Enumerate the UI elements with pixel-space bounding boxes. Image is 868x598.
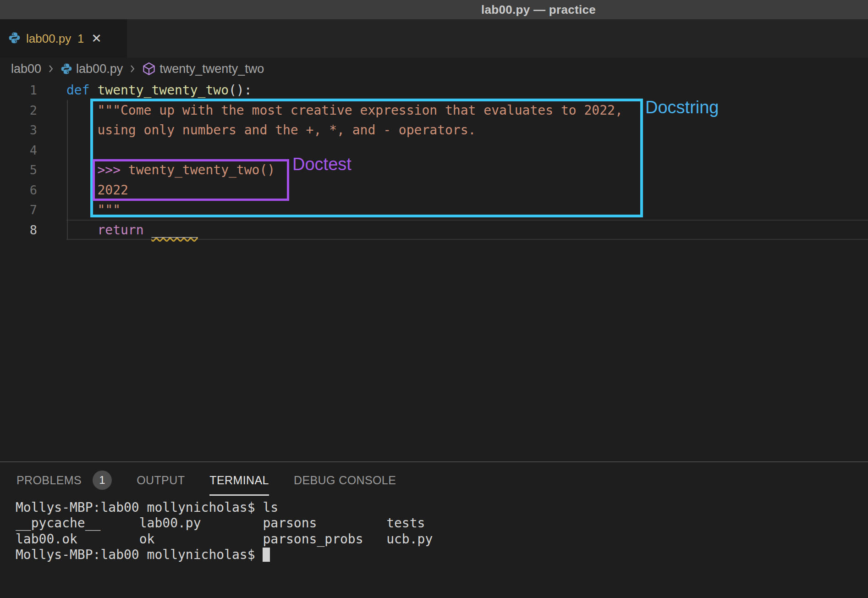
terminal-output[interactable]: Mollys-MBP:lab00 mollynicholas$ ls __pyc… <box>16 500 433 563</box>
panel-tab-bar: PROBLEMS 1 OUTPUT TERMINAL DEBUG CONSOLE <box>0 462 868 498</box>
keyword-def: def <box>66 83 90 98</box>
symbol-namespace-icon <box>142 62 156 76</box>
breadcrumb-file[interactable]: lab00.py <box>76 62 123 76</box>
title-bar: lab00.py — practice <box>0 0 868 19</box>
tab-terminal[interactable]: TERMINAL <box>209 462 269 498</box>
line-number: 6 <box>0 183 37 197</box>
line-number: 7 <box>0 203 37 217</box>
tab-close-icon[interactable]: ✕ <box>91 33 102 45</box>
line-number: 4 <box>0 143 37 157</box>
function-name: twenty_twenty_two <box>90 83 229 98</box>
line-number: 3 <box>0 123 37 137</box>
tab-debug-console-label: DEBUG CONSOLE <box>294 474 396 487</box>
line-number: 1 <box>0 83 37 97</box>
line-number: 2 <box>0 103 37 117</box>
keyword-return: return <box>66 222 151 238</box>
line-number: 5 <box>0 163 37 177</box>
tab-output-label: OUTPUT <box>137 474 185 487</box>
chevron-right-icon <box>46 64 56 74</box>
line-number-active: 8 <box>0 223 37 237</box>
doctest-annotation-label: Doctest <box>292 155 352 174</box>
terminal-line: __pycache__ lab00.py parsons tests <box>16 515 433 531</box>
python-file-icon <box>60 63 72 75</box>
breadcrumb-folder[interactable]: lab00 <box>11 62 41 76</box>
terminal-line: Mollys-MBP:lab00 mollynicholas$ ls <box>16 500 433 515</box>
tab-output[interactable]: OUTPUT <box>137 462 185 498</box>
active-tab-underline <box>209 494 269 496</box>
terminal-prompt: Mollys-MBP:lab00 mollynicholas$ <box>16 547 263 562</box>
tab-terminal-label: TERMINAL <box>209 474 269 487</box>
tab-dirty-count: 1 <box>77 32 84 45</box>
code-line: 1 def twenty_twenty_two(): <box>0 80 868 100</box>
terminal-prompt-line: Mollys-MBP:lab00 mollynicholas$ <box>16 547 433 563</box>
terminal-line: lab00.ok ok parsons_probs ucb.py <box>16 532 433 547</box>
terminal-cursor <box>263 548 270 562</box>
tab-label: lab00.py <box>26 32 71 46</box>
chevron-right-icon <box>127 64 137 74</box>
tab-debug-console[interactable]: DEBUG CONSOLE <box>294 462 396 498</box>
breadcrumb: lab00 lab00.py twenty_twenty_two <box>11 58 264 80</box>
tab-problems-label: PROBLEMS <box>16 474 82 487</box>
tab-strip: lab00.py 1 ✕ <box>0 19 868 58</box>
problems-count-badge: 1 <box>93 471 112 490</box>
punctuation: (): <box>229 83 252 98</box>
tab-lab00py[interactable]: lab00.py 1 ✕ <box>0 19 127 58</box>
breadcrumb-symbol[interactable]: twenty_twenty_two <box>159 62 264 76</box>
python-file-icon <box>8 32 21 46</box>
fill-in-blank: ______ <box>151 222 198 238</box>
window-title: lab00.py — practice <box>481 0 596 19</box>
docstring-annotation-label: Docstring <box>645 98 719 117</box>
tab-problems[interactable]: PROBLEMS 1 <box>16 462 112 498</box>
code-line: 8 return ______ <box>0 220 868 240</box>
doctest-annotation-box <box>93 159 289 201</box>
